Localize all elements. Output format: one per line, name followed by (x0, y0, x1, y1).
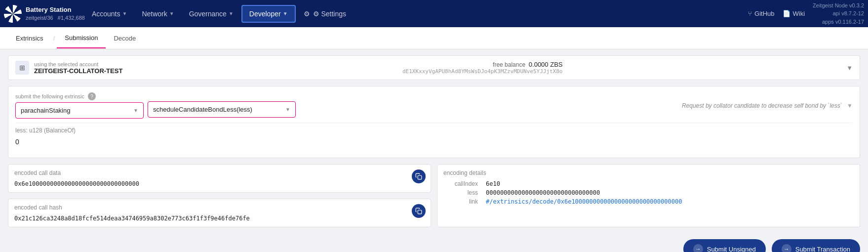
encoded-call-hash-card: encoded call hash 0x21c126ca3248a8d18fcf… (8, 199, 431, 227)
gear-icon: ⚙ (304, 10, 310, 18)
extrinsic-description: Request by collator candidate to decreas… (300, 102, 853, 109)
tabs-bar: Extrinsics / Submission Decode (0, 27, 868, 49)
extrinsic-method-area: method scheduleCandidateBondLess(less) ▼ (148, 93, 296, 118)
nav-governance[interactable]: Governance ▼ (182, 6, 240, 22)
account-icon: ⊞ (15, 61, 29, 75)
account-address: dE1XKxxyVgAPU8hAd8YMsWsDJo4pK3MZzvMDUNve… (402, 68, 563, 75)
logo-area[interactable]: Battery Station zeitgeist/36 #1,432,688 (4, 5, 85, 23)
balance-label: free balance 0.0000 ZBS (402, 61, 563, 68)
encoded-call-hash-value: 0x21c126ca3248a8d18fcfe514deaa34746959a8… (14, 215, 425, 222)
encoded-call-data-value: 0x6e1000000000000000000000000000000 (14, 180, 425, 187)
submit-transaction-icon: → (782, 244, 791, 252)
chevron-down-icon: ▼ (229, 11, 234, 16)
chevron-down-icon: ▼ (283, 11, 288, 16)
logo-icon (4, 5, 22, 23)
param-value[interactable]: 0 (15, 136, 853, 148)
chevron-down-icon[interactable]: ▼ (846, 64, 853, 72)
svg-rect-1 (418, 210, 422, 214)
encoded-grid: encoded call data 0x6e100000000000000000… (8, 164, 860, 227)
encoding-key-less: less (443, 189, 478, 196)
encoded-calls-column: encoded call data 0x6e100000000000000000… (8, 164, 431, 227)
encoded-call-data-card: encoded call data 0x6e100000000000000000… (8, 164, 431, 193)
encoding-row-less: less 00000000000000000000000000000000 (443, 189, 854, 196)
param-row: less: u128 (BalanceOf) 0 (15, 123, 853, 152)
encoding-details-title: encoding details (443, 169, 854, 176)
tab-decode[interactable]: Decode (106, 29, 144, 48)
copy-call-hash-button[interactable] (412, 204, 426, 218)
app-name: Battery Station (26, 6, 85, 14)
wiki-link[interactable]: 📄 Wiki (783, 10, 805, 17)
param-label: less: u128 (BalanceOf) (15, 127, 853, 134)
account-card: ⊞ using the selected account ZEITGEIST-C… (8, 55, 860, 80)
wiki-icon: 📄 (783, 10, 790, 17)
balance-value: 0.0000 ZBS (529, 61, 563, 68)
encoding-val-callindex: 6e10 (486, 180, 500, 187)
nav-network[interactable]: Network ▼ (135, 6, 181, 22)
svg-rect-0 (418, 175, 422, 179)
version-info: Zeitgeist Node v0.3.2api v8.7.2-12apps v… (813, 1, 864, 26)
chevron-down-icon: ▼ (133, 108, 138, 113)
nav-developer[interactable]: Developer ▼ (241, 5, 296, 23)
chevron-down-icon: ▼ (847, 102, 853, 109)
submit-unsigned-button[interactable]: → Submit Unsigned (683, 239, 766, 252)
github-icon: ⑂ (748, 10, 752, 17)
chevron-down-icon: ▼ (169, 11, 174, 16)
encoding-row-callindex: callIndex 6e10 (443, 180, 854, 187)
section-label: Extrinsics (8, 29, 51, 48)
tab-group: Extrinsics / Submission Decode (8, 28, 144, 48)
top-navigation: Battery Station zeitgeist/36 #1,432,688 … (0, 0, 868, 27)
tab-submission[interactable]: Submission (57, 28, 106, 48)
nav-items: Accounts ▼ Network ▼ Governance ▼ Develo… (85, 5, 748, 23)
extrinsic-card: submit the following extrinsic ? paracha… (8, 86, 860, 158)
app-sub: zeitgeist/36 #1,432,688 (26, 14, 85, 21)
help-icon[interactable]: ? (88, 92, 96, 100)
encoding-row-link: link #/extrinsics/decode/0x6e10000000000… (443, 198, 854, 205)
encoded-call-hash-label: encoded call hash (14, 204, 425, 211)
copy-call-data-button[interactable] (412, 169, 426, 183)
nav-right: ⑂ GitHub 📄 Wiki Zeitgeist Node v0.3.2api… (748, 1, 864, 26)
main-content: ⊞ using the selected account ZEITGEIST-C… (0, 49, 868, 252)
chevron-down-icon: ▼ (122, 11, 127, 16)
account-label: using the selected account (34, 61, 122, 67)
module-select[interactable]: parachainStaking ▼ (15, 102, 144, 119)
submit-unsigned-icon: → (693, 244, 703, 252)
github-link[interactable]: ⑂ GitHub (748, 10, 774, 17)
nav-accounts[interactable]: Accounts ▼ (85, 6, 134, 22)
encoding-details-card: encoding details callIndex 6e10 less 000… (437, 164, 860, 227)
chevron-down-icon: ▼ (285, 107, 290, 112)
method-select[interactable]: scheduleCandidateBondLess(less) ▼ (148, 101, 296, 118)
account-name: ZEITGEIST-COLLATOR-TEST (34, 67, 122, 75)
encoded-call-data-label: encoded call data (14, 169, 425, 176)
encoding-key-callindex: callIndex (443, 180, 478, 187)
extrinsic-module-area: submit the following extrinsic ? paracha… (15, 92, 144, 119)
buttons-row: → Submit Unsigned → Submit Transaction (8, 235, 860, 252)
nav-settings[interactable]: ⚙ ⚙ Settings (297, 6, 353, 22)
submit-transaction-button[interactable]: → Submit Transaction (772, 239, 860, 252)
encoding-link-value[interactable]: #/extrinsics/decode/0x6e1000000000000000… (486, 198, 682, 205)
extrinsic-row: submit the following extrinsic ? paracha… (15, 92, 853, 119)
encoding-key-link: link (443, 198, 478, 205)
encoding-val-less: 00000000000000000000000000000000 (486, 189, 600, 196)
